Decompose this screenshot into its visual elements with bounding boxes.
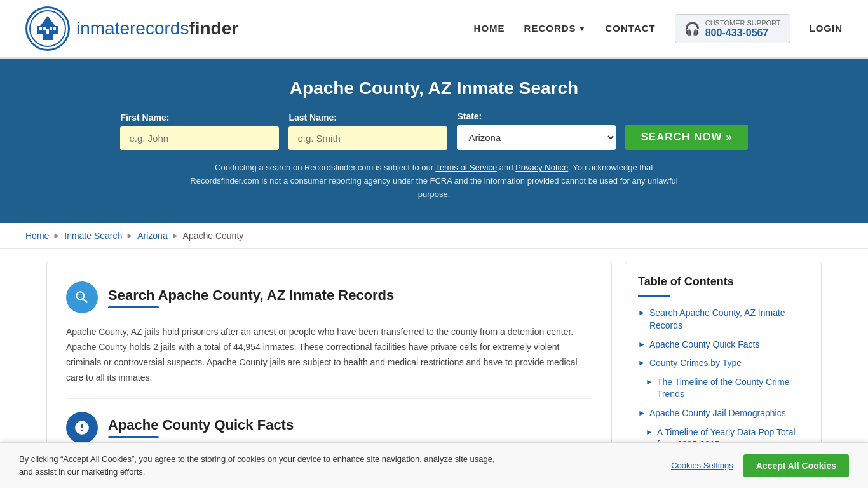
svg-rect-7 (50, 27, 52, 30)
last-name-input[interactable] (288, 126, 447, 150)
breadcrumb-sep-1: ► (53, 231, 60, 240)
toc-link-1[interactable]: Search Apache County, AZ Inmate Records (649, 307, 808, 332)
chevron-down-icon: ▼ (579, 25, 587, 32)
chevron-right-icon-2: ► (638, 340, 646, 349)
support-number: 800-433-0567 (705, 27, 781, 39)
toc-item-3: ► County Crimes by Type (638, 357, 808, 370)
toc-link-4[interactable]: The Timeline of the County Crime Trends (657, 376, 808, 401)
tos-link[interactable]: Terms of Service (435, 163, 497, 172)
article-section-1: Search Apache County, AZ Inmate Records … (66, 281, 592, 398)
breadcrumb-inmate-search[interactable]: Inmate Search (64, 231, 122, 241)
nav-home[interactable]: HOME (474, 23, 505, 34)
breadcrumb-sep-3: ► (172, 231, 179, 240)
support-label: CUSTOMER SUPPORT (705, 18, 781, 27)
toc-link-5[interactable]: Apache County Jail Demographics (649, 407, 786, 420)
breadcrumb-home[interactable]: Home (25, 231, 49, 241)
first-name-group: First Name: (120, 112, 279, 150)
privacy-link[interactable]: Privacy Notice (515, 163, 568, 172)
table-of-contents: Table of Contents ► Search Apache County… (625, 262, 822, 464)
section2-title-area: Apache County Quick Facts (108, 417, 294, 438)
section1-title: Search Apache County, AZ Inmate Records (108, 287, 394, 304)
cookie-banner: By clicking “Accept All Cookies”, you ag… (0, 442, 868, 488)
hero-title: Apache County, AZ Inmate Search (25, 78, 843, 98)
last-name-label: Last Name: (288, 112, 336, 123)
search-button[interactable]: SEARCH NOW » (625, 125, 747, 150)
chevron-right-icon-5: ► (638, 409, 646, 417)
cookie-text: By clicking “Accept All Cookies”, you ag… (19, 453, 496, 478)
alert-icon-circle (66, 412, 98, 444)
chevron-right-icon-6: ► (646, 428, 653, 437)
accept-cookies-button[interactable]: Accept All Cookies (743, 454, 849, 477)
toc-link-2[interactable]: Apache County Quick Facts (649, 339, 760, 351)
chevron-right-icon-3: ► (638, 358, 646, 367)
nav-login[interactable]: LOGIN (810, 23, 843, 34)
last-name-group: Last Name: (288, 112, 447, 150)
cookie-settings-button[interactable]: Cookies Settings (671, 461, 733, 470)
section1-title-area: Search Apache County, AZ Inmate Records (108, 287, 394, 308)
toc-link-3[interactable]: County Crimes by Type (649, 357, 742, 370)
state-label: State: (457, 111, 482, 121)
toc-item-4: ► The Timeline of the County Crime Trend… (638, 376, 808, 401)
logo-area[interactable]: inmaterecordsfinder (25, 6, 238, 51)
chevron-right-icon-1: ► (638, 308, 646, 317)
svg-rect-6 (43, 27, 46, 30)
nav-records[interactable]: RECORDS ▼ (524, 23, 587, 34)
hero-section: Apache County, AZ Inmate Search First Na… (0, 59, 868, 223)
chevron-right-icon-4: ► (646, 377, 653, 386)
logo-icon (25, 6, 70, 51)
svg-rect-9 (46, 29, 49, 34)
cookie-actions: Cookies Settings Accept All Cookies (671, 454, 849, 477)
search-icon-circle (66, 281, 98, 313)
headset-icon: 🎧 (684, 21, 700, 36)
toc-item-2: ► Apache County Quick Facts (638, 339, 808, 351)
breadcrumb-apache-county: Apache County (183, 231, 244, 241)
state-group: State: Arizona Alabama Alaska California (457, 111, 616, 150)
svg-rect-8 (53, 27, 56, 30)
section1-body: Apache County, AZ jails hold prisoners a… (66, 325, 592, 385)
customer-support-box[interactable]: 🎧 CUSTOMER SUPPORT 800-433-0567 (675, 14, 790, 43)
hero-disclaimer: Conducting a search on Recordsfinder.com… (186, 161, 682, 201)
section2-header: Apache County Quick Facts (66, 412, 592, 444)
site-header: inmaterecordsfinder HOME RECORDS ▼ CONTA… (0, 0, 868, 59)
toc-underline (638, 295, 670, 297)
toc-item-5: ► Apache County Jail Demographics (638, 407, 808, 420)
toc-title: Table of Contents (638, 275, 808, 288)
nav-contact[interactable]: CONTACT (606, 23, 656, 34)
section2-title: Apache County Quick Facts (108, 417, 294, 433)
breadcrumb: Home ► Inmate Search ► Arizona ► Apache … (0, 223, 868, 249)
breadcrumb-sep-2: ► (126, 231, 133, 240)
section1-underline (108, 306, 159, 308)
search-form: First Name: Last Name: State: Arizona Al… (25, 111, 843, 150)
logo-text: inmaterecordsfinder (76, 18, 238, 39)
section1-header: Search Apache County, AZ Inmate Records (66, 281, 592, 313)
main-nav: HOME RECORDS ▼ CONTACT 🎧 CUSTOMER SUPPOR… (474, 14, 843, 43)
support-info: CUSTOMER SUPPORT 800-433-0567 (705, 18, 781, 39)
svg-rect-5 (39, 27, 42, 30)
breadcrumb-arizona[interactable]: Arizona (137, 231, 167, 241)
toc-list: ► Search Apache County, AZ Inmate Record… (638, 307, 808, 451)
state-select[interactable]: Arizona Alabama Alaska California (457, 125, 616, 150)
toc-item-1: ► Search Apache County, AZ Inmate Record… (638, 307, 808, 332)
section2-underline (108, 436, 159, 438)
first-name-input[interactable] (120, 126, 279, 150)
first-name-label: First Name: (120, 112, 169, 123)
